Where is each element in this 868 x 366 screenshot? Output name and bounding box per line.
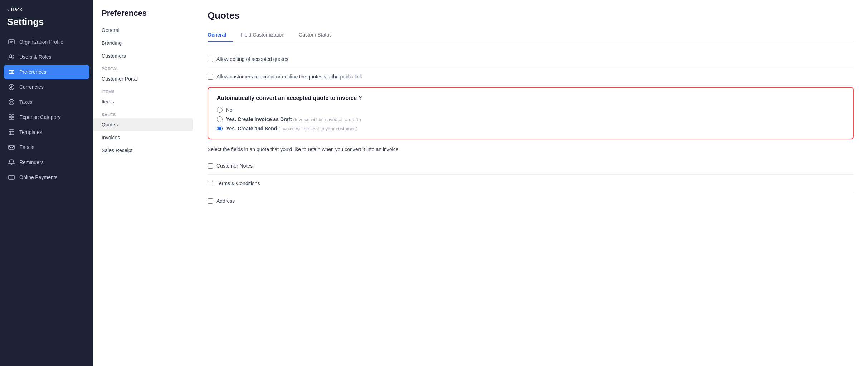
allow-customers-row: Allow customers to accept or decline the… [208,68,854,86]
sidebar-item-online-payments[interactable]: Online Payments [4,170,89,184]
allow-customers-text: Allow customers to accept or decline the… [216,74,362,80]
middle-item-invoices[interactable]: Invoices [93,131,193,144]
customer-notes-text: Customer Notes [216,163,253,169]
sidebar-item-label: Organization Profile [19,39,63,45]
middle-item-items[interactable]: Items [93,95,193,108]
sidebar-item-emails[interactable]: Emails [4,140,89,154]
allow-editing-row: Allow editing of accepted quotes [208,50,854,68]
portal-section-label: PORTAL [93,62,193,72]
retain-label: Select the fields in an quote that you'd… [208,146,854,152]
sidebar-item-label: Users & Roles [19,54,51,60]
terms-text: Terms & Conditions [216,180,260,186]
sidebar-item-label: Reminders [19,159,44,165]
middle-item-general[interactable]: General [93,24,193,37]
sidebar-item-taxes[interactable]: Taxes [4,95,89,109]
sidebar-title: Settings [0,15,93,35]
svg-rect-13 [12,117,14,120]
radio-draft[interactable] [217,116,223,122]
sidebar-item-label: Emails [19,144,34,150]
sidebar-item-label: Online Payments [19,174,58,180]
svg-rect-10 [9,115,11,117]
address-label[interactable]: Address [208,198,235,204]
tab-general[interactable]: General [208,28,233,42]
middle-item-branding[interactable]: Branding [93,37,193,49]
sidebar-item-users-roles[interactable]: Users & Roles [4,50,89,64]
svg-rect-15 [9,145,14,149]
radio-no-text: No [226,107,233,113]
sidebar-item-expense-category[interactable]: Expense Category [4,110,89,124]
back-arrow-icon: ‹ [7,6,9,12]
svg-rect-11 [12,115,14,117]
svg-rect-14 [9,130,14,135]
svg-rect-12 [9,117,11,120]
main-content: Quotes General Field Customization Custo… [193,0,868,366]
radio-group: No Yes. Create Invoice as Draft (Invoice… [217,107,844,131]
customer-notes-checkbox[interactable] [208,163,213,169]
svg-point-1 [10,55,12,57]
sidebar-item-label: Taxes [19,99,33,105]
online-payments-icon [8,174,15,181]
page-title: Quotes [208,10,854,21]
radio-send[interactable] [217,126,223,131]
auto-convert-box: Automatically convert an accepted quote … [208,87,854,139]
allow-customers-checkbox[interactable] [208,74,213,80]
svg-point-7 [10,73,11,74]
currencies-icon [8,83,15,91]
back-label: Back [11,6,22,12]
address-checkbox[interactable] [208,198,213,204]
taxes-icon [8,98,15,106]
svg-rect-0 [9,40,14,44]
allow-customers-label[interactable]: Allow customers to accept or decline the… [208,74,362,80]
radio-send-text: Yes. Create and Send (Invoice will be se… [226,126,357,131]
sales-section-label: SALES [93,108,193,118]
sidebar-item-preferences[interactable]: Preferences [4,65,89,79]
middle-panel: Preferences General Branding Customers P… [93,0,193,366]
sidebar: ‹ Back Settings Organization Profile Use… [0,0,93,366]
radio-draft-text: Yes. Create Invoice as Draft (Invoice wi… [226,116,361,122]
allow-editing-label[interactable]: Allow editing of accepted quotes [208,56,288,62]
svg-rect-16 [9,175,14,179]
middle-item-quotes[interactable]: Quotes [93,118,193,131]
expense-icon [8,114,15,121]
tab-custom-status[interactable]: Custom Status [299,28,339,42]
org-profile-icon [8,38,15,45]
reminders-icon [8,159,15,166]
radio-no[interactable] [217,107,223,113]
middle-panel-title: Preferences [93,0,193,24]
tab-field-customization[interactable]: Field Customization [240,28,292,42]
svg-point-6 [11,71,13,73]
customer-notes-row: Customer Notes [208,157,854,175]
terms-row: Terms & Conditions [208,175,854,192]
sidebar-item-org-profile[interactable]: Organization Profile [4,35,89,49]
middle-item-sales-receipt[interactable]: Sales Receipt [93,144,193,157]
sidebar-item-label: Expense Category [19,114,60,120]
sidebar-item-label: Preferences [19,69,46,75]
preferences-icon [8,68,15,76]
radio-draft-label[interactable]: Yes. Create Invoice as Draft (Invoice wi… [217,116,844,122]
allow-editing-checkbox[interactable] [208,57,213,62]
auto-convert-title: Automatically convert an accepted quote … [217,95,844,101]
allow-editing-text: Allow editing of accepted quotes [216,56,288,62]
sidebar-item-currencies[interactable]: Currencies [4,80,89,94]
emails-icon [8,144,15,151]
address-text: Address [216,198,235,204]
terms-checkbox[interactable] [208,181,213,186]
sidebar-item-reminders[interactable]: Reminders [4,155,89,169]
sidebar-nav: Organization Profile Users & Roles Prefe… [0,35,93,184]
sidebar-item-label: Currencies [19,84,44,90]
tabs: General Field Customization Custom Statu… [208,28,854,42]
sidebar-item-label: Templates [19,129,42,135]
radio-send-label[interactable]: Yes. Create and Send (Invoice will be se… [217,126,844,131]
customer-notes-label[interactable]: Customer Notes [208,163,253,169]
back-button[interactable]: ‹ Back [0,0,93,15]
items-section-label: ITEMS [93,85,193,95]
middle-item-customer-portal[interactable]: Customer Portal [93,72,193,85]
users-icon [8,53,15,61]
terms-label[interactable]: Terms & Conditions [208,180,260,186]
svg-point-5 [9,70,11,71]
templates-icon [8,129,15,136]
sidebar-item-templates[interactable]: Templates [4,125,89,139]
middle-item-customers[interactable]: Customers [93,49,193,62]
address-row: Address [208,192,854,210]
radio-no-label[interactable]: No [217,107,844,113]
